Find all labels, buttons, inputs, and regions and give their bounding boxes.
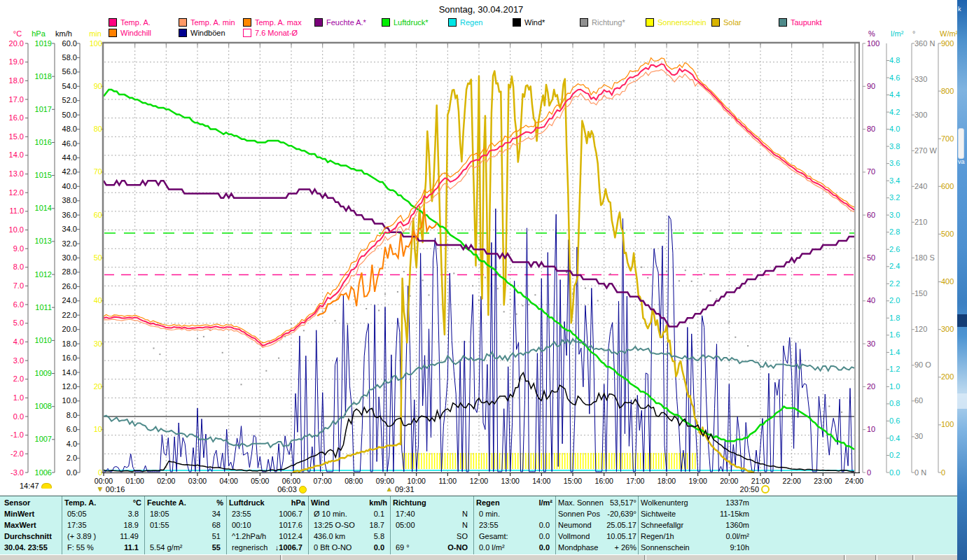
svg-text:1016: 1016 [35,138,52,146]
table-cell: 23:551006.7 [232,510,302,518]
svg-text:4.8: 4.8 [889,56,900,64]
table-cell-text: 05:05 [67,510,87,518]
svg-text:02:00: 02:00 [157,477,175,485]
corner-time-marker: 14:47 [20,482,52,490]
legend-item-windchill[interactable]: Windchill [109,29,151,37]
status-bar-separator [844,555,846,560]
legend-item-7-6-monat-[interactable]: 7.6 Monat-Ø [243,29,298,37]
svg-text:4.0: 4.0 [67,440,77,448]
svg-text:1006: 1006 [35,468,52,477]
table-cell: 13:25 O-SO18.7 [314,521,384,529]
svg-text:180 S: 180 S [914,253,935,262]
moon-icon [41,483,52,489]
svg-text:1007: 1007 [35,435,52,443]
table-cell-value: -20,639° [607,510,636,518]
svg-text:1.0: 1.0 [889,382,900,391]
legend-item-windböen[interactable]: Windböen [179,29,225,37]
svg-text:30: 30 [914,432,923,440]
table-cell-text: Durchschnitt [4,532,52,540]
table-cell-text: Neumond [558,521,592,529]
table-cell-text: Sensor [4,498,30,507]
svg-text:10.0: 10.0 [62,396,77,405]
legend-item-temp-a-[interactable]: Temp. A. [109,18,151,27]
svg-text:23:00: 23:00 [814,477,832,485]
legend-item-regen[interactable]: Regen [448,18,482,27]
legend-item-wind-[interactable]: Wind* [513,18,545,27]
table-cell-value: 18.7 [370,521,384,529]
legend-item-taupunkt[interactable]: Taupunkt [779,18,822,27]
legend-item-label: Wind* [524,18,545,27]
svg-text:13:00: 13:00 [501,477,520,485]
svg-text:3.6: 3.6 [889,159,900,167]
table-cell-text: 0 min. [479,510,500,518]
legend-item-sonnenschein[interactable]: Sonnenschein [646,18,707,27]
table-cell-text: Sichtweite [641,510,676,518]
status-bar-separator [875,555,877,560]
svg-text:12.0: 12.0 [9,188,24,197]
legend-item-temp-a-max[interactable]: Temp. A. max [243,18,302,27]
svg-text:18:00: 18:00 [658,477,676,485]
svg-text:60: 60 [914,396,923,405]
svg-text:0.2: 0.2 [889,451,900,459]
legend-item-solar[interactable]: Solar [711,18,742,27]
svg-text:km/h: km/h [55,29,72,38]
desktop-icon-label: k [958,6,961,13]
svg-text:500: 500 [941,230,954,238]
svg-text:90: 90 [867,82,875,90]
legend-item-temp-a-min[interactable]: Temp. A. min [179,18,235,27]
svg-text:30: 30 [94,340,102,348]
legend-item-feuchte-a-[interactable]: Feuchte A.* [314,18,366,27]
svg-text:300: 300 [914,111,927,119]
table-cell-text: 23:55 [479,521,499,529]
legend-swatch-icon [711,18,720,27]
svg-text:01:00: 01:00 [126,477,144,485]
svg-text:360 N: 360 N [914,39,935,48]
svg-text:3.0: 3.0 [889,211,900,219]
svg-text:8.0: 8.0 [13,262,24,271]
time-marker-2050: 20:50 [740,485,770,493]
table-cell-text: Max. Sonnen [558,498,604,507]
svg-text:1.8: 1.8 [889,314,900,322]
table-cell: Sonnen Pos-20,639° [558,510,636,518]
marker-time-label: 09:31 [395,485,415,493]
svg-text:34.0: 34.0 [62,225,77,233]
svg-text:38.0: 38.0 [62,196,77,204]
table-cell-text: Wind [311,498,330,507]
table-column-separator [555,496,556,554]
legend-swatch-icon [243,18,251,27]
legend-swatch-icon [779,18,787,27]
table-cell-text: 01:55 [150,521,169,529]
legend-item-richtung-[interactable]: Richtung* [580,18,625,27]
table-cell-text: Schneefallgr [641,521,683,529]
table-cell-value: hPa [291,498,305,507]
svg-text:44.0: 44.0 [62,153,77,162]
svg-text:04:00: 04:00 [220,477,238,485]
table-cell: 51 [150,532,221,540]
legend-item-luftdruck-[interactable]: Luftdruck* [382,18,429,27]
table-cell-text: Luftdruck [229,498,265,507]
table-cell-value: 0.0 [374,543,384,552]
svg-text:hPa: hPa [32,29,46,38]
table-cell-value: N [462,521,468,529]
svg-text:0.6: 0.6 [889,416,900,425]
legend-swatch-icon [179,18,187,27]
table-cell-value: 11-15km [720,510,749,518]
svg-text:48.0: 48.0 [62,125,77,133]
svg-text:12:00: 12:00 [470,477,488,485]
svg-text:4.4: 4.4 [889,90,900,99]
table-cell: Sensor [4,498,60,507]
legend-item-label: Solar [723,18,742,27]
svg-text:05:00: 05:00 [251,477,269,485]
svg-text:60: 60 [867,211,875,219]
table-cell: Mondphase+ 26% [558,543,636,552]
table-cell-text: ^1.2hPa/h [232,532,266,540]
svg-text:19.0: 19.0 [9,57,24,66]
svg-text:26.0: 26.0 [62,282,77,290]
svg-text:1009: 1009 [35,369,52,377]
desktop-wallpaper-strip: k va [957,0,967,560]
legend-swatch-icon [382,18,390,27]
svg-text:8.0: 8.0 [67,411,77,419]
svg-text:600: 600 [941,182,954,190]
table-cell: 23:550.0 [479,521,550,529]
table-cell: F: 55 %11.1 [67,543,139,552]
